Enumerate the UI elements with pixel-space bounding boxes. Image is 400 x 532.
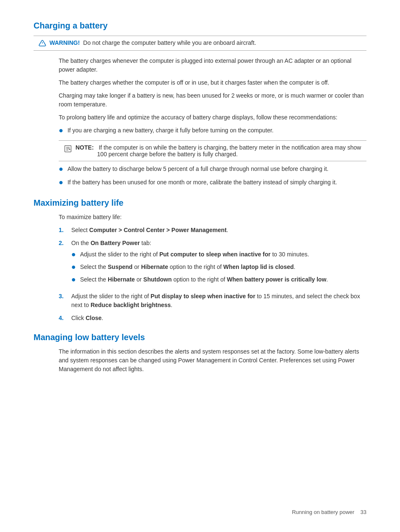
step-number: 1. [59, 226, 67, 235]
section-charging-title: Charging a battery [34, 21, 366, 31]
managing-para-1: The information in this section describe… [59, 347, 366, 374]
footer-page-number: 33 [361, 509, 366, 515]
managing-content: The information in this section describe… [34, 347, 366, 374]
footer-text: Running on battery power [292, 509, 354, 515]
bullet-text: If the battery has been unused for one m… [68, 178, 337, 187]
bullet-icon: ● [71, 274, 76, 285]
bullet-icon: ● [59, 177, 63, 188]
warning-icon [39, 39, 46, 47]
bullet-text: Allow the battery to discharge below 5 p… [68, 165, 329, 173]
step-content: Adjust the slider to the right of Put di… [71, 292, 366, 310]
list-item: ● If the battery has been unused for one… [59, 178, 366, 188]
bullet-text: If you are charging a new battery, charg… [68, 126, 274, 135]
note-text: If the computer is on while the battery … [97, 144, 361, 158]
list-item: 3. Adjust the slider to the right of Put… [59, 292, 366, 310]
charging-para-3: Charging may take longer if a battery is… [59, 91, 366, 109]
step-number: 4. [59, 314, 67, 323]
list-item: 1. Select Computer > Control Center > Po… [59, 226, 366, 235]
list-item: 2. On the On Battery Power tab: ● Adjust… [59, 239, 366, 288]
maximizing-content: To maximize battery life: 1. Select Comp… [34, 213, 366, 323]
step-content: Click Close. [71, 314, 103, 323]
note-label: NOTE: [75, 144, 94, 151]
list-item: ● Select the Hibernate or Shutdown optio… [71, 275, 328, 285]
charging-para-4: To prolong battery life and optimize the… [59, 113, 366, 122]
bullet-icon: ● [59, 163, 63, 175]
note-box: NOTE: If the computer is on while the ba… [59, 140, 366, 161]
charging-bullet-list-before-note: ● If you are charging a new battery, cha… [59, 126, 366, 136]
step-text: Click Close. [71, 315, 103, 321]
section-maximizing-title: Maximizing battery life [34, 198, 366, 208]
charging-para-2: The battery charges whether the computer… [59, 78, 366, 87]
section-charging: Charging a battery WARNING! Do not charg… [34, 21, 366, 188]
list-item: ● If you are charging a new battery, cha… [59, 126, 366, 136]
list-item: ● Allow the battery to discharge below 5… [59, 165, 366, 175]
charging-bullet-list-after-note: ● Allow the battery to discharge below 5… [59, 165, 366, 188]
step-text: Adjust the slider to the right of Put di… [71, 293, 360, 308]
step-text: Select Computer > Control Center > Power… [71, 227, 228, 233]
step-content: On the On Battery Power tab: ● Adjust th… [71, 239, 328, 288]
step-number: 3. [59, 292, 67, 301]
page-content: Charging a battery WARNING! Do not charg… [0, 0, 400, 417]
bullet-text: Select the Suspend or Hibernate option t… [80, 263, 296, 271]
bullet-icon: ● [71, 249, 76, 260]
bullet-text: Select the Hibernate or Shutdown option … [80, 275, 328, 284]
step-number: 2. [59, 239, 67, 248]
list-item: ● Adjust the slider to the right of Put … [71, 250, 328, 260]
charging-content: The battery charges whenever the compute… [34, 57, 366, 188]
list-item: 4. Click Close. [59, 314, 366, 323]
step-content: Select Computer > Control Center > Power… [71, 226, 228, 235]
bullet-text: Adjust the slider to the right of Put co… [80, 250, 309, 259]
bullet-icon: ● [59, 125, 63, 136]
maximizing-intro: To maximize battery life: [59, 213, 366, 222]
warning-text: Do not charge the computer battery while… [83, 39, 256, 46]
charging-para-1: The battery charges whenever the compute… [59, 57, 366, 74]
section-managing-title: Managing low battery levels [34, 333, 366, 342]
section-maximizing: Maximizing battery life To maximize batt… [34, 198, 366, 323]
bullet-icon: ● [71, 261, 76, 273]
warning-label: WARNING! [49, 39, 80, 46]
list-item: ● Select the Suspend or Hibernate option… [71, 263, 328, 273]
note-icon [64, 145, 72, 153]
sub-bullet-list: ● Adjust the slider to the right of Put … [71, 250, 328, 285]
page-footer: Running on battery power 33 [292, 509, 366, 515]
warning-box: WARNING! Do not charge the computer batt… [34, 36, 366, 51]
step-text: On the On Battery Power tab: [71, 240, 151, 246]
section-managing: Managing low battery levels The informat… [34, 333, 366, 374]
maximizing-steps: 1. Select Computer > Control Center > Po… [59, 226, 366, 323]
